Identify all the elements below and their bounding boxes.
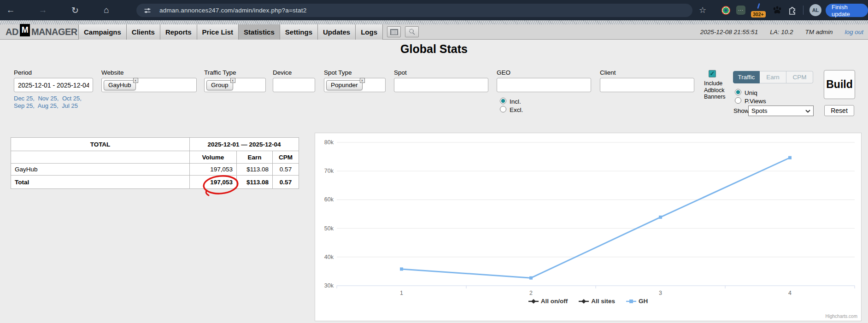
refresh-icon[interactable]: ↻ <box>67 0 83 20</box>
adblock-label-line: Include <box>704 80 726 87</box>
chip-remove-icon[interactable]: x <box>360 78 365 83</box>
build-button[interactable]: Build <box>824 70 855 99</box>
website-chip-label: GayHub <box>108 82 131 88</box>
legend-item-all-sites[interactable]: All sites <box>579 298 615 305</box>
chip-remove-icon[interactable]: x <box>230 78 235 83</box>
nav-status: 2025-12-08 21:55:51 LA: 10.2 TM admin lo… <box>700 24 863 40</box>
geo-input[interactable] <box>497 78 591 92</box>
total-earn: $113.08 <box>237 176 273 189</box>
search-gear-icon <box>408 28 416 35</box>
stats-chart: 80k70k60k50k40k30k1234 <box>315 133 861 297</box>
tab-updates[interactable]: Updates <box>318 24 356 40</box>
spot-type-input[interactable]: Popunderx <box>324 78 386 92</box>
traffic-type-label: Traffic Type <box>204 69 236 76</box>
device-label: Device <box>273 69 292 76</box>
legend-label: All sites <box>591 298 615 305</box>
square-marker-icon <box>626 299 636 304</box>
address-bar[interactable]: adman.annonces247.com/admin/index.php?a=… <box>136 4 692 17</box>
show-label: Show <box>733 107 749 114</box>
show-select-value: Spots <box>751 107 768 114</box>
chip-remove-icon[interactable]: x <box>133 78 138 83</box>
tab-settings[interactable]: Settings <box>280 24 318 40</box>
pviews-radio[interactable] <box>735 97 741 104</box>
logo-suffix: MANAGER <box>31 27 77 37</box>
quick-link-month[interactable]: Dec 25, <box>14 95 35 102</box>
tab-campaigns[interactable]: Campaigns <box>78 24 127 40</box>
spot-input[interactable] <box>394 78 488 92</box>
total-volume: 197,053 <box>190 176 237 189</box>
row-earn: $113.08 <box>237 164 273 176</box>
table-row: GayHub 197,053 $113.08 0.57 <box>11 164 299 176</box>
client-input[interactable] <box>600 78 694 92</box>
adblock-label: Include Adblock Banners <box>704 80 726 100</box>
extensions-puzzle-icon[interactable] <box>787 5 797 17</box>
avatar[interactable]: AL <box>809 4 821 16</box>
geo-incl-radio[interactable] <box>500 98 506 104</box>
chart-legend: All on/offAll sitesGH <box>315 298 861 305</box>
tab-price-list[interactable]: Price List <box>197 24 239 40</box>
adblock-checkbox[interactable]: ✓ <box>709 70 716 77</box>
col-volume: Volume <box>190 151 237 164</box>
uniq-radio[interactable] <box>735 89 741 95</box>
bookmark-star-icon[interactable]: ☆ <box>696 0 709 20</box>
finish-update-button[interactable]: Finish update <box>826 4 868 17</box>
back-icon[interactable]: ← <box>3 0 18 20</box>
url-text: adman.annonces247.com/admin/index.php?a=… <box>159 7 306 14</box>
quick-link-month[interactable]: Jul 25 <box>62 102 78 109</box>
traffic-type-chip[interactable]: Groupx <box>206 80 233 90</box>
extension-count-badge: 302+ <box>751 11 766 18</box>
adblock-label-line: Adblock <box>704 87 726 94</box>
client-label: Client <box>600 69 616 76</box>
tab-statistics[interactable]: Statistics <box>239 24 280 40</box>
admin-nav-bar: AD M MANAGER Campaigns Clients Reports P… <box>0 24 868 40</box>
forward-icon[interactable]: → <box>35 0 51 20</box>
device-input[interactable] <box>273 78 315 92</box>
home-icon[interactable]: ⌂ <box>99 0 114 20</box>
metric-tab-earn[interactable]: Earn <box>760 71 786 83</box>
quick-link-month[interactable]: Nov 25, <box>38 95 59 102</box>
tab-logs[interactable]: Logs <box>356 24 383 40</box>
totals-table: TOTAL 2025-12-01 — 2025-12-04 Volume Ear… <box>11 137 299 189</box>
browser-toolbar: ← → ↻ ⌂ adman.annonces247.com/admin/inde… <box>0 0 868 20</box>
reset-button[interactable]: Reset <box>824 105 854 116</box>
tab-reports[interactable]: Reports <box>160 24 197 40</box>
pviews-label: P.Views <box>745 98 766 105</box>
server-timestamp: 2025-12-08 21:55:51 <box>700 29 758 35</box>
quick-link-month[interactable]: Sep 25, <box>14 102 35 109</box>
geo-excl-label: Excl. <box>510 106 523 113</box>
table-header-range: 2025-12-01 — 2025-12-04 <box>190 138 299 151</box>
traffic-chart-panel: 80k70k60k50k40k30k1234 All on/offAll sit… <box>315 133 862 321</box>
quick-link-month[interactable]: Aug 25, <box>38 102 59 109</box>
geo-incl-label: Incl. <box>510 98 521 105</box>
metric-tab-traffic[interactable]: Traffic <box>733 71 760 83</box>
legend-item-all-on-off[interactable]: All on/off <box>528 298 568 305</box>
site-info-icon[interactable] <box>143 6 152 15</box>
spot-type-chip[interactable]: Popunderx <box>326 80 363 90</box>
y-axis-tick: 30k <box>324 282 334 289</box>
total-name: Total <box>11 176 190 189</box>
current-user: TM admin <box>805 29 833 35</box>
traffic-type-input[interactable]: Groupx <box>204 78 266 92</box>
website-label: Website <box>101 69 124 76</box>
extension-spark-icon <box>757 3 760 9</box>
row-cpm: 0.57 <box>273 164 299 176</box>
website-input[interactable]: GayHubx <box>101 78 197 92</box>
spot-type-label: Spot Type <box>324 69 352 76</box>
legend-item-gh[interactable]: GH <box>626 298 648 305</box>
extension-dots-icon[interactable]: ··· <box>736 6 745 15</box>
search-button[interactable] <box>405 26 419 37</box>
total-cpm: 0.57 <box>273 176 299 189</box>
period-input[interactable] <box>14 78 93 92</box>
extension-color-icon[interactable] <box>721 6 730 15</box>
quick-link-month[interactable]: Oct 25, <box>62 95 82 102</box>
show-select[interactable]: Spots <box>748 106 814 116</box>
keypad-button[interactable] <box>387 26 401 37</box>
website-chip[interactable]: GayHubx <box>104 80 136 90</box>
logout-link[interactable]: log out <box>845 29 863 35</box>
geo-excl-radio[interactable] <box>500 106 506 112</box>
x-axis-tick: 4 <box>788 290 792 296</box>
tab-clients[interactable]: Clients <box>127 24 160 40</box>
extension-badge-icon[interactable]: 302+ <box>751 3 767 18</box>
paw-extension-icon[interactable] <box>772 6 782 17</box>
metric-tab-cpm[interactable]: CPM <box>786 71 813 83</box>
